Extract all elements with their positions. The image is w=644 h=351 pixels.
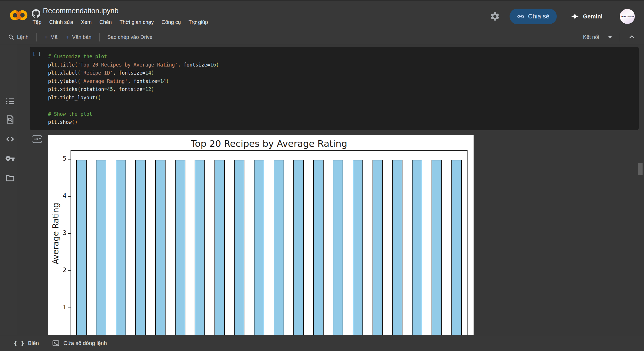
bar xyxy=(195,160,205,335)
chart-output-image: Top 20 Recipes by Average Rating Average… xyxy=(48,135,474,335)
menubar: TệpChỉnh sửaXemChènThời gian chạyCông cụ… xyxy=(33,19,208,25)
bar xyxy=(135,160,146,335)
bar xyxy=(175,160,185,335)
bar xyxy=(293,160,304,335)
code-line: plt.ylabel('Average Rating', fontsize=14… xyxy=(48,77,219,86)
share-label: Chia sẻ xyxy=(528,13,550,20)
gemini-label: Gemini xyxy=(583,13,603,20)
add-code-cell-button[interactable]: + Mã xyxy=(44,34,58,41)
share-button[interactable]: Chia sẻ xyxy=(510,9,557,24)
code-line: # Show the plot xyxy=(48,110,219,118)
status-bar: { } Biến Cửa sổ dòng lệnh xyxy=(0,335,644,351)
bar xyxy=(353,160,363,335)
bar xyxy=(412,160,422,335)
toolbar-divider xyxy=(620,33,620,41)
run-cell-button[interactable]: [ ] xyxy=(33,51,41,56)
code-snippets-icon[interactable] xyxy=(5,134,15,144)
files-folder-icon[interactable] xyxy=(5,173,15,183)
avatar-logo-text: ●REC Media xyxy=(621,15,634,18)
terminal-button[interactable]: Cửa sổ dòng lệnh xyxy=(52,339,107,347)
collapse-toolbar-icon[interactable] xyxy=(628,33,636,41)
y-tick-mark xyxy=(68,159,71,160)
y-tick-mark xyxy=(68,270,71,271)
secrets-key-icon[interactable] xyxy=(5,153,15,163)
notebook-toolbar: Lệnh + Mã + Văn bản Sao chép vào Drive K… xyxy=(0,30,644,44)
y-tick-mark xyxy=(68,308,71,308)
code-line: plt.show() xyxy=(48,118,219,126)
command-palette-button[interactable]: Lệnh xyxy=(8,34,29,40)
y-tick-mark xyxy=(68,196,71,197)
menu-item-5[interactable]: Thời gian chạy xyxy=(119,19,154,25)
bar xyxy=(313,160,324,335)
bar xyxy=(76,160,87,335)
plus-icon: + xyxy=(66,34,70,41)
github-icon xyxy=(32,9,40,18)
braces-icon: { } xyxy=(14,340,24,347)
colab-logo[interactable] xyxy=(10,10,28,20)
code-line: plt.title('Top 20 Recipes by Average Rat… xyxy=(48,61,219,69)
y-tick-label: 3 xyxy=(48,229,67,236)
table-of-contents-icon[interactable] xyxy=(5,96,15,106)
code-line: plt.xlabel('Recipe ID', fontsize=14) xyxy=(48,69,219,77)
chart-plot-area xyxy=(71,150,468,335)
bar xyxy=(432,160,442,335)
menu-item-7[interactable]: Trợ giúp xyxy=(189,19,208,25)
code-cell: [ ] # Customize the plotplt.title('Top 2… xyxy=(30,47,639,130)
gemini-sparkle-icon xyxy=(571,12,579,20)
output-options-icon[interactable] xyxy=(32,135,42,143)
bar xyxy=(254,160,264,335)
account-avatar[interactable]: ●REC Media xyxy=(620,9,635,24)
bar xyxy=(274,160,284,335)
bar xyxy=(155,160,166,335)
menu-item-4[interactable]: Chèn xyxy=(99,19,112,25)
colab-app: Recommendation.ipynb TệpChỉnh sửaXemChèn… xyxy=(0,0,644,351)
plus-icon: + xyxy=(44,34,48,41)
menu-item-2[interactable]: Chỉnh sửa xyxy=(49,19,73,25)
y-tick-label: 5 xyxy=(48,155,67,162)
y-tick-label: 4 xyxy=(48,192,67,199)
app-header: Recommendation.ipynb TệpChỉnh sửaXemChèn… xyxy=(0,0,644,30)
code-line: plt.xticks(rotation=45, fontsize=12) xyxy=(48,85,219,94)
left-sidebar xyxy=(0,44,18,335)
copy-to-drive-button[interactable]: Sao chép vào Drive xyxy=(107,34,153,40)
chart-title: Top 20 Recipes by Average Rating xyxy=(71,138,468,149)
bar xyxy=(96,160,106,335)
bar xyxy=(333,160,343,335)
menu-item-1[interactable]: Tệp xyxy=(33,19,41,25)
notebook-filename[interactable]: Recommendation.ipynb xyxy=(43,7,119,15)
variables-button[interactable]: { } Biến xyxy=(14,340,39,347)
code-line: # Customize the plot xyxy=(48,52,219,61)
link-icon xyxy=(517,13,525,20)
vertical-scrollbar-thumb[interactable] xyxy=(638,163,643,175)
menu-item-6[interactable]: Công cụ xyxy=(162,19,181,25)
code-editor[interactable]: # Customize the plotplt.title('Top 20 Re… xyxy=(48,52,219,126)
toolbar-divider xyxy=(36,33,37,41)
bar xyxy=(214,160,225,335)
settings-gear-icon[interactable] xyxy=(490,11,500,22)
bar xyxy=(234,160,244,335)
y-tick-mark xyxy=(68,233,71,234)
connect-button[interactable]: Kết nối xyxy=(583,34,612,40)
search-icon xyxy=(8,34,14,40)
y-tick-label: 2 xyxy=(48,267,67,274)
terminal-icon xyxy=(52,339,60,347)
bar xyxy=(451,160,462,335)
find-in-document-icon[interactable] xyxy=(5,115,15,124)
add-text-cell-button[interactable]: + Văn bản xyxy=(66,34,92,41)
bar xyxy=(392,160,402,335)
bar xyxy=(373,160,383,335)
bar xyxy=(116,160,126,335)
gemini-button[interactable]: Gemini xyxy=(571,11,603,22)
toolbar-divider xyxy=(99,33,100,41)
menu-item-3[interactable]: Xem xyxy=(81,19,92,25)
y-tick-label: 1 xyxy=(48,304,67,311)
code-line: plt.tight_layout() xyxy=(48,94,219,102)
code-line xyxy=(48,102,219,110)
chevron-down-icon xyxy=(608,36,612,38)
